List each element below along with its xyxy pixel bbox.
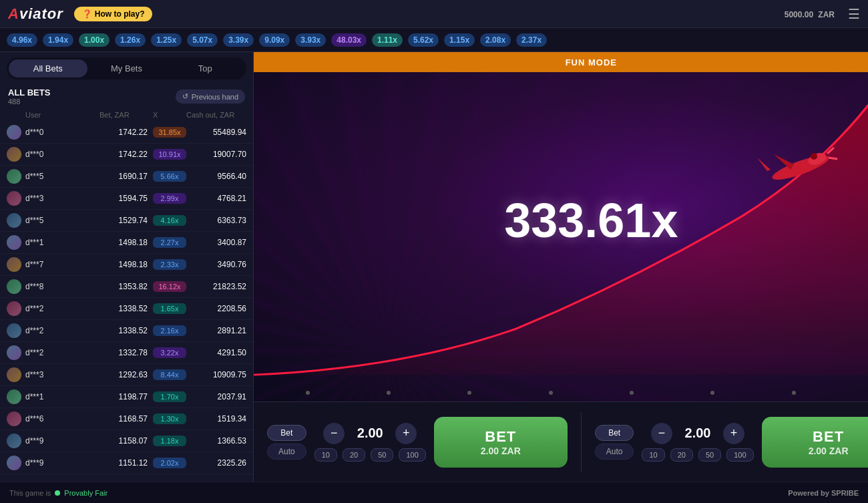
bet-tab-left[interactable]: Bet [267, 425, 306, 441]
multiplier-cell: 1.70x [153, 391, 186, 402]
multiplier-badge: 4.96x [7, 33, 37, 47]
bet-amount: 1168.57 [99, 414, 153, 424]
bets-title: ALL BETS [8, 88, 50, 98]
multiplier-cell: 1.30x [153, 413, 186, 424]
cashout-amount: 2208.56 [186, 304, 246, 313]
col-cashout: Cash out, ZAR [186, 111, 246, 119]
increase-bet-right[interactable]: + [723, 423, 744, 444]
bet-amount: 1198.77 [99, 392, 153, 401]
fun-mode-bar: FUN MODE [254, 52, 868, 72]
bet-panel-right: Bet Auto − 2.00 + 10 20 50 100 [595, 417, 868, 468]
user-name: d***6 [25, 414, 99, 424]
balance-display: 5000.00 ZAR [783, 8, 835, 19]
user-name: d***5 [25, 172, 99, 181]
bet-amount: 1498.18 [99, 260, 153, 269]
bet-amount: 1529.74 [99, 216, 153, 225]
avatar [7, 345, 21, 360]
quick-10-left[interactable]: 10 [314, 448, 337, 462]
user-name: d***1 [25, 238, 99, 247]
col-bet: Bet, ZAR [99, 111, 153, 119]
timeline-dot [549, 391, 553, 395]
cashout-amount: 21823.52 [186, 282, 246, 291]
tab-all-bets[interactable]: All Bets [9, 59, 87, 77]
increase-bet-left[interactable]: + [395, 423, 417, 444]
avatar [7, 301, 21, 316]
quick-10-right[interactable]: 10 [642, 448, 664, 462]
bet-amount: 1338.52 [99, 326, 153, 335]
tab-top[interactable]: Top [166, 59, 244, 77]
cashout-amount: 4768.21 [186, 194, 246, 203]
provably-fair-link[interactable]: Provably Fair [64, 489, 107, 497]
bottom-controls: Bet Auto − 2.00 + 10 20 50 100 [254, 401, 868, 482]
decrease-bet-left[interactable]: − [323, 423, 345, 444]
multiplier-cell: 2.99x [153, 193, 186, 204]
menu-icon[interactable]: ☰ [848, 6, 860, 22]
bet-amount: 1742.22 [99, 150, 153, 159]
table-row: d***2 1332.78 3.22x 4291.50 [0, 342, 253, 364]
multiplier-badge: 9.09x [259, 33, 290, 47]
divider [581, 412, 582, 472]
avatar [7, 257, 21, 272]
quick-50-left[interactable]: 50 [371, 448, 393, 462]
timeline-dot [306, 391, 310, 395]
cashout-amount: 2325.26 [186, 458, 246, 468]
avatar [7, 434, 21, 448]
fair-dot [55, 490, 60, 496]
multiplier-badge: 1.11x [372, 33, 403, 47]
user-name: d***1 [25, 392, 99, 401]
table-header: User Bet, ZAR X Cash out, ZAR [0, 108, 253, 122]
table-row: d***9 1151.12 2.02x 2325.26 [0, 452, 253, 474]
multiplier-display: 333.61x [504, 193, 678, 248]
bet-button-left[interactable]: BET 2.00 ZAR [434, 417, 568, 468]
cashout-amount: 10909.75 [186, 370, 246, 379]
timeline-dot [630, 391, 634, 395]
auto-tab-right[interactable]: Auto [595, 444, 634, 460]
multiplier-badge: 5.07x [187, 33, 218, 47]
bet-button-sub-right: 2.00 ZAR [809, 446, 849, 456]
bet-button-label-right: BET [813, 428, 844, 446]
bet-tab-right[interactable]: Bet [595, 425, 634, 441]
prev-hand-button[interactable]: ↺ Previous hand [176, 90, 245, 104]
bet-value-left: 2.00 [350, 426, 390, 441]
user-name: d***0 [25, 150, 99, 159]
bet-control-right: − 2.00 + 10 20 50 100 [642, 423, 753, 462]
quick-amounts-right: 10 20 50 100 [642, 448, 753, 462]
cashout-amount: 4291.50 [186, 348, 246, 357]
bet-panel-left: Bet Auto − 2.00 + 10 20 50 100 [267, 417, 568, 468]
how-to-play-button[interactable]: ❓ How to play? [74, 7, 153, 21]
multiplier-cell: 8.44x [153, 369, 186, 380]
logo: Aviator [8, 5, 63, 23]
table-row: d***3 1594.75 2.99x 4768.21 [0, 188, 253, 210]
bets-list: d***0 1742.22 31.85x 55489.94 d***0 1742… [0, 122, 253, 482]
cashout-amount: 2891.21 [186, 326, 246, 335]
user-name: d***8 [25, 282, 99, 291]
table-row: d***6 1168.57 1.30x 1519.34 [0, 408, 253, 430]
decrease-bet-right[interactable]: − [651, 423, 672, 444]
table-row: d***7 1498.18 2.33x 3490.76 [0, 254, 253, 276]
multiplier-cell: 1.18x [153, 436, 186, 446]
table-row: d***2 1338.52 1.65x 2208.56 [0, 298, 253, 320]
tabs-row: All Bets My Bets Top [7, 57, 246, 79]
table-row: d***0 1742.22 10.91x 19007.70 [0, 144, 253, 166]
svg-line-4 [827, 148, 834, 154]
bet-amount: 1338.52 [99, 304, 153, 313]
timeline-dot [710, 391, 714, 395]
multiplier-badge: 3.39x [223, 33, 254, 47]
quick-20-left[interactable]: 20 [343, 448, 365, 462]
quick-100-right[interactable]: 100 [726, 448, 753, 462]
tab-my-bets[interactable]: My Bets [87, 59, 166, 77]
multiplier-badge: 3.93x [295, 33, 326, 47]
multiplier-cell: 2.33x [153, 259, 186, 270]
user-name: d***3 [25, 370, 99, 379]
avatar [7, 411, 21, 426]
quick-20-right[interactable]: 20 [670, 448, 693, 462]
bet-amount: 1353.82 [99, 282, 153, 291]
quick-100-left[interactable]: 100 [399, 448, 425, 462]
svg-line-5 [829, 158, 837, 159]
bet-button-right[interactable]: BET 2.00 ZAR [762, 417, 868, 468]
quick-50-right[interactable]: 50 [698, 448, 721, 462]
avatar [7, 279, 21, 294]
auto-tab-left[interactable]: Auto [267, 444, 306, 460]
main-content: All Bets My Bets Top ALL BETS 488 ↺ Prev… [0, 52, 868, 482]
avatar [7, 147, 21, 162]
